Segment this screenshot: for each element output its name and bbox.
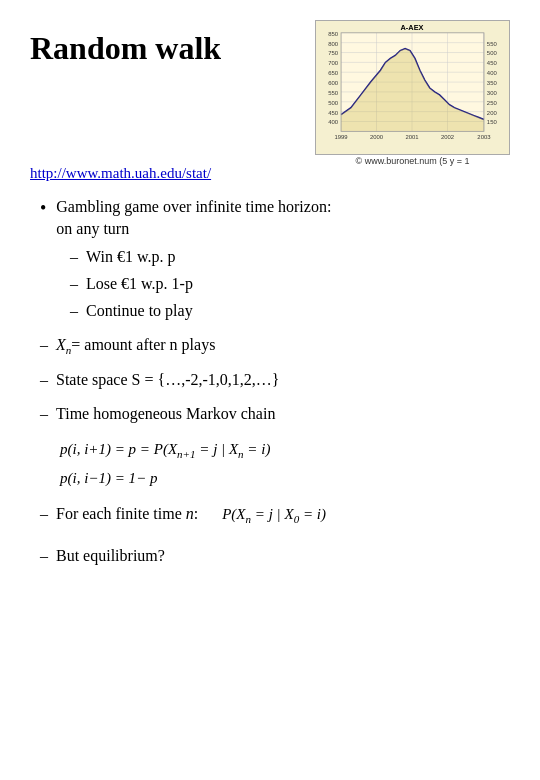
dash-icon: – bbox=[40, 544, 48, 568]
svg-text:1999: 1999 bbox=[335, 134, 348, 140]
sub-item-win-text: Win €1 w.p. p bbox=[86, 245, 175, 269]
svg-text:750: 750 bbox=[328, 50, 339, 56]
svg-text:550: 550 bbox=[328, 90, 339, 96]
dash-icon: – bbox=[70, 272, 78, 296]
sub-item-continue-text: Continue to play bbox=[86, 299, 193, 323]
svg-text:400: 400 bbox=[328, 119, 339, 125]
svg-text:2000: 2000 bbox=[370, 134, 384, 140]
dash-icon: – bbox=[70, 245, 78, 269]
formula-block: p(i, i+1) = p = P(Xn+1 = j | Xn = i) p(i… bbox=[60, 436, 510, 492]
svg-text:650: 650 bbox=[328, 70, 339, 76]
dash-icon: – bbox=[40, 502, 48, 526]
svg-text:A-AEX: A-AEX bbox=[401, 23, 424, 32]
chart-container: 850 800 750 700 650 600 550 500 450 400 … bbox=[315, 20, 510, 155]
svg-text:450: 450 bbox=[328, 110, 339, 116]
section-equilibrium-text: But equilibrium? bbox=[56, 544, 165, 568]
formula-line-1: p(i, i+1) = p = P(Xn+1 = j | Xn = i) bbox=[60, 436, 510, 465]
chart-svg: 850 800 750 700 650 600 550 500 450 400 … bbox=[316, 21, 509, 154]
dash-icon: – bbox=[40, 402, 48, 426]
svg-text:300: 300 bbox=[487, 90, 498, 96]
svg-text:2003: 2003 bbox=[477, 134, 491, 140]
svg-text:350: 350 bbox=[487, 80, 498, 86]
svg-text:2002: 2002 bbox=[441, 134, 454, 140]
sub-item-win: – Win €1 w.p. p bbox=[70, 245, 510, 269]
svg-text:250: 250 bbox=[487, 100, 498, 106]
bullet-section: • Gambling game over infinite time horiz… bbox=[40, 196, 510, 323]
dash-icon: – bbox=[40, 333, 48, 357]
dash-icon: – bbox=[40, 368, 48, 392]
svg-text:500: 500 bbox=[487, 50, 498, 56]
page-title: Random walk bbox=[30, 30, 221, 67]
svg-text:600: 600 bbox=[328, 80, 339, 86]
dash-icon: – bbox=[70, 299, 78, 323]
section-markov-text: Time homogeneous Markov chain bbox=[56, 402, 275, 426]
chart-image: 850 800 750 700 650 600 550 500 450 400 … bbox=[315, 20, 510, 155]
svg-text:150: 150 bbox=[487, 119, 498, 125]
svg-text:200: 200 bbox=[487, 110, 498, 116]
section-markov: – Time homogeneous Markov chain bbox=[40, 402, 510, 426]
svg-text:700: 700 bbox=[328, 60, 339, 66]
section-foreach-text: For each finite time n: P(Xn = j | X0 = … bbox=[56, 502, 326, 528]
bullet-main-text: Gambling game over infinite time horizon… bbox=[56, 196, 331, 241]
sub-items: – Win €1 w.p. p – Lose €1 w.p. 1-p – Con… bbox=[70, 245, 510, 323]
section-state-space: – State space S = {…,-2,-1,0,1,2,…} bbox=[40, 368, 510, 392]
bullet-item: • Gambling game over infinite time horiz… bbox=[40, 196, 510, 241]
svg-text:550: 550 bbox=[487, 41, 498, 47]
section-xn-text: Xn= amount after n plays bbox=[56, 333, 215, 359]
stat-link[interactable]: http://www.math.uah.edu/stat/ bbox=[30, 165, 510, 182]
formula-line-2: p(i, i−1) = 1− p bbox=[60, 465, 510, 492]
chart-caption: © www.buronet.num (5 y = 1 bbox=[315, 156, 510, 166]
section-xn: – Xn= amount after n plays bbox=[40, 333, 510, 359]
section-state-text: State space S = {…,-2,-1,0,1,2,…} bbox=[56, 368, 279, 392]
sub-item-lose-text: Lose €1 w.p. 1-p bbox=[86, 272, 193, 296]
svg-text:500: 500 bbox=[328, 100, 339, 106]
bullet-dot: • bbox=[40, 198, 46, 219]
svg-text:450: 450 bbox=[487, 60, 498, 66]
section-foreach: – For each finite time n: P(Xn = j | X0 … bbox=[40, 502, 510, 528]
svg-text:2001: 2001 bbox=[405, 134, 418, 140]
svg-text:800: 800 bbox=[328, 41, 339, 47]
sub-item-continue: – Continue to play bbox=[70, 299, 510, 323]
svg-text:400: 400 bbox=[487, 70, 498, 76]
section-equilibrium: – But equilibrium? bbox=[40, 544, 510, 568]
svg-text:850: 850 bbox=[328, 31, 339, 37]
foreach-formula: P(Xn = j | X0 = i) bbox=[222, 503, 326, 528]
sub-item-lose: – Lose €1 w.p. 1-p bbox=[70, 272, 510, 296]
